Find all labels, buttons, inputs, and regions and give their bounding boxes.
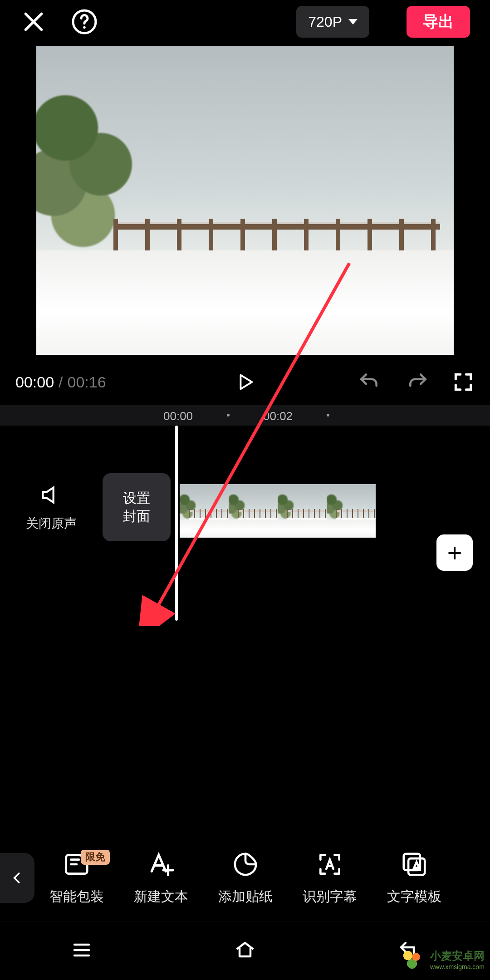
tool-label: 新建文本 <box>134 887 188 906</box>
set-cover-button[interactable]: 设置 封面 <box>103 473 171 541</box>
plus-icon: + <box>447 538 462 568</box>
tool-label: 文字模板 <box>387 887 441 906</box>
current-time: 00:00 <box>15 373 54 391</box>
nav-menu-button[interactable] <box>68 939 95 963</box>
watermark-title: 小麦安卓网 <box>430 950 485 962</box>
ruler-dot <box>227 414 230 416</box>
tool-add-sticker[interactable]: 添加贴纸 <box>203 850 288 906</box>
redo-button[interactable] <box>407 371 429 393</box>
tool-smart-package[interactable]: 限免 智能包装 <box>34 850 119 906</box>
play-button[interactable] <box>235 372 255 392</box>
clip-thumbnail <box>229 484 278 538</box>
tool-new-text[interactable]: 新建文本 <box>119 850 203 906</box>
help-button[interactable] <box>71 8 98 35</box>
tool-label: 识别字幕 <box>303 887 357 906</box>
tool-auto-caption[interactable]: 识别字幕 <box>288 850 372 906</box>
total-time: 00:16 <box>68 373 106 391</box>
undo-button[interactable] <box>358 371 380 393</box>
clip-thumbnail <box>327 484 376 538</box>
watermark: 小麦安卓网 www.xmsigma.com <box>393 939 490 980</box>
watermark-subtitle: www.xmsigma.com <box>430 963 485 970</box>
tool-label: 智能包装 <box>49 887 104 906</box>
export-button[interactable]: 导出 <box>407 6 470 38</box>
tool-text-template[interactable]: 文字模板 <box>372 850 456 906</box>
playhead[interactable] <box>175 426 178 621</box>
chevron-down-icon <box>348 19 358 24</box>
time-separator: / <box>54 373 67 391</box>
timeline[interactable]: 关闭原声 设置 封面 <box>0 426 490 630</box>
mute-label: 关闭原声 <box>26 515 77 532</box>
tool-label: 添加贴纸 <box>218 887 273 906</box>
clip-thumbnail <box>278 484 327 538</box>
clip-strip[interactable] <box>180 484 376 538</box>
free-badge: 限免 <box>81 850 110 865</box>
ruler-dot <box>327 414 329 416</box>
close-button[interactable] <box>20 8 47 35</box>
ruler-mark: 00:02 <box>263 409 293 423</box>
cover-label: 封面 <box>123 507 150 525</box>
toolbar-back-button[interactable] <box>0 853 34 903</box>
cover-label: 设置 <box>123 489 150 507</box>
add-clip-button[interactable]: + <box>436 534 473 571</box>
fullscreen-button[interactable] <box>452 371 475 393</box>
clip-thumbnail <box>180 484 229 538</box>
timeline-ruler[interactable]: 00:00 00:02 <box>0 405 490 426</box>
resolution-selector[interactable]: 720P <box>296 6 369 38</box>
mute-original-audio[interactable]: 关闭原声 <box>0 482 103 532</box>
video-preview[interactable] <box>36 46 454 355</box>
export-label: 导出 <box>423 11 454 32</box>
resolution-label: 720P <box>308 14 342 30</box>
watermark-logo-icon <box>398 946 426 973</box>
ruler-mark: 00:00 <box>163 409 193 423</box>
nav-home-button[interactable] <box>231 939 259 963</box>
svg-point-1 <box>83 26 86 29</box>
